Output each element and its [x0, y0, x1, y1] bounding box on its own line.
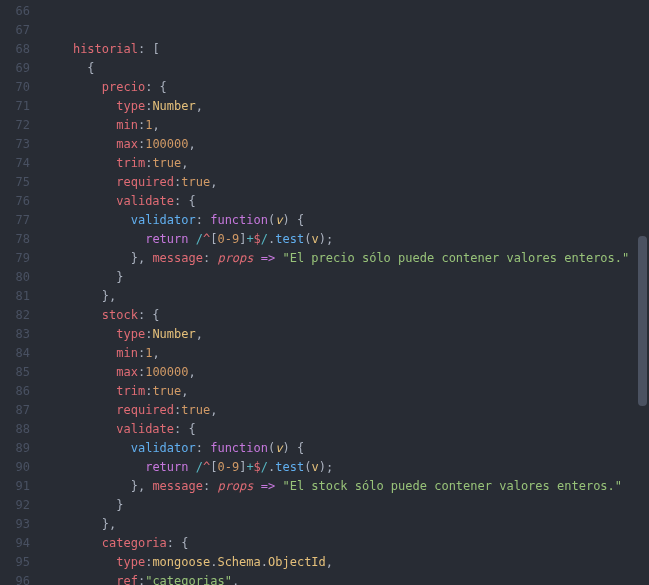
line-number: 66: [0, 2, 30, 21]
code-line[interactable]: required:true,: [44, 401, 649, 420]
line-number: 79: [0, 249, 30, 268]
code-line[interactable]: return /^[0-9]+$/.test(v);: [44, 230, 649, 249]
line-number: 77: [0, 211, 30, 230]
code-line[interactable]: validate: {: [44, 192, 649, 211]
line-number: 80: [0, 268, 30, 287]
line-number: 75: [0, 173, 30, 192]
code-line[interactable]: }, message: props => "El stock sólo pued…: [44, 477, 649, 496]
line-number: 90: [0, 458, 30, 477]
code-line[interactable]: validate: {: [44, 420, 649, 439]
code-line[interactable]: validator: function(v) {: [44, 211, 649, 230]
line-number: 89: [0, 439, 30, 458]
code-line[interactable]: return /^[0-9]+$/.test(v);: [44, 458, 649, 477]
line-number: 71: [0, 97, 30, 116]
code-area[interactable]: historial: [ { precio: { type:Number, mi…: [44, 0, 649, 585]
code-line[interactable]: },: [44, 515, 649, 534]
code-editor: 6667686970717273747576777879808182838485…: [0, 0, 649, 585]
line-number: 91: [0, 477, 30, 496]
line-number: 85: [0, 363, 30, 382]
line-number: 68: [0, 40, 30, 59]
line-number: 95: [0, 553, 30, 572]
line-number: 81: [0, 287, 30, 306]
code-line[interactable]: trim:true,: [44, 382, 649, 401]
code-line[interactable]: {: [44, 59, 649, 78]
code-line[interactable]: min:1,: [44, 116, 649, 135]
code-line[interactable]: }: [44, 268, 649, 287]
code-line[interactable]: }, message: props => "El precio sólo pue…: [44, 249, 649, 268]
code-line[interactable]: max:100000,: [44, 135, 649, 154]
line-number: 84: [0, 344, 30, 363]
code-line[interactable]: min:1,: [44, 344, 649, 363]
vertical-scrollbar[interactable]: [636, 0, 649, 585]
line-number: 94: [0, 534, 30, 553]
code-line[interactable]: type:mongoose.Schema.ObjectId,: [44, 553, 649, 572]
line-number: 69: [0, 59, 30, 78]
code-line[interactable]: categoria: {: [44, 534, 649, 553]
code-line[interactable]: stock: {: [44, 306, 649, 325]
code-line[interactable]: required:true,: [44, 173, 649, 192]
code-line[interactable]: trim:true,: [44, 154, 649, 173]
line-number: 87: [0, 401, 30, 420]
scrollbar-thumb[interactable]: [638, 236, 647, 406]
line-number: 82: [0, 306, 30, 325]
line-number: 93: [0, 515, 30, 534]
line-number: 67: [0, 21, 30, 40]
line-number: 72: [0, 116, 30, 135]
line-number: 73: [0, 135, 30, 154]
line-number: 74: [0, 154, 30, 173]
line-number: 70: [0, 78, 30, 97]
line-number-gutter: 6667686970717273747576777879808182838485…: [0, 0, 44, 585]
code-line[interactable]: type:Number,: [44, 325, 649, 344]
code-line[interactable]: max:100000,: [44, 363, 649, 382]
line-number: 83: [0, 325, 30, 344]
code-line[interactable]: historial: [: [44, 40, 649, 59]
code-line[interactable]: validator: function(v) {: [44, 439, 649, 458]
code-line[interactable]: }: [44, 496, 649, 515]
line-number: 96: [0, 572, 30, 585]
line-number: 88: [0, 420, 30, 439]
line-number: 86: [0, 382, 30, 401]
code-line[interactable]: },: [44, 287, 649, 306]
line-number: 78: [0, 230, 30, 249]
code-line[interactable]: ref:"categorias",: [44, 572, 649, 585]
line-number: 76: [0, 192, 30, 211]
code-line[interactable]: type:Number,: [44, 97, 649, 116]
code-line[interactable]: precio: {: [44, 78, 649, 97]
line-number: 92: [0, 496, 30, 515]
